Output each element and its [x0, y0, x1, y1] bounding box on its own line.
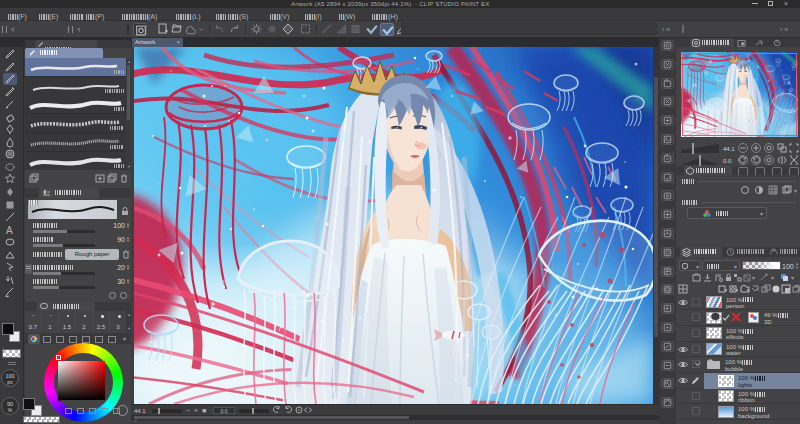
svg-text:A: A [6, 225, 13, 236]
